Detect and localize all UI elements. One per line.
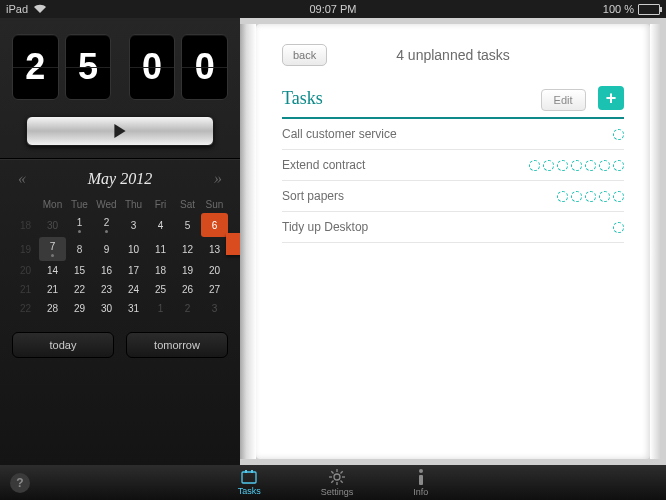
pomodoro-circle	[585, 160, 596, 171]
calendar-day[interactable]: 22	[66, 280, 93, 299]
svg-rect-13	[419, 475, 423, 485]
calendar: MonTueWedThuFriSatSun1830123456197891011…	[12, 196, 228, 318]
flip-min-tens: 2	[12, 34, 59, 100]
today-button[interactable]: today	[12, 332, 114, 358]
next-month-button[interactable]: »	[214, 170, 222, 188]
calendar-day[interactable]: 29	[66, 299, 93, 318]
calendar-day[interactable]: 2	[93, 213, 120, 237]
calendar-day[interactable]: 19	[174, 261, 201, 280]
calendar-day[interactable]: 25	[147, 280, 174, 299]
task-row[interactable]: Sort papers	[282, 181, 624, 212]
notebook-spine	[240, 24, 256, 459]
calendar-day[interactable]: 15	[66, 261, 93, 280]
pomodoro-circle	[529, 160, 540, 171]
calendar-day[interactable]: 28	[39, 299, 66, 318]
pomodoro-circle	[613, 222, 624, 233]
calendar-day[interactable]: 9	[93, 237, 120, 261]
calendar-day[interactable]: 5	[174, 213, 201, 237]
task-name: Call customer service	[282, 127, 397, 141]
pomodoro-circle	[613, 129, 624, 140]
calendar-day[interactable]: 21	[39, 280, 66, 299]
week-number: 21	[12, 280, 39, 299]
calendar-day[interactable]: 30	[93, 299, 120, 318]
pomodoro-circle	[571, 191, 582, 202]
week-number: 18	[12, 213, 39, 237]
gear-icon	[329, 469, 345, 485]
flip-sec-tens: 0	[129, 34, 176, 100]
pomodoro-circle	[613, 160, 624, 171]
status-bar: iPad 09:07 PM 100 %	[0, 0, 666, 18]
info-icon	[416, 469, 426, 485]
flip-min-ones: 5	[65, 34, 112, 100]
calendar-day[interactable]: 16	[93, 261, 120, 280]
calendar-day[interactable]: 11	[147, 237, 174, 261]
svg-rect-1	[245, 470, 247, 473]
tomorrow-button[interactable]: tomorrow	[126, 332, 228, 358]
device-label: iPad	[6, 3, 28, 15]
pomodoro-circle	[557, 160, 568, 171]
svg-point-12	[419, 469, 423, 473]
pomodoro-circle	[599, 191, 610, 202]
wifi-icon	[34, 3, 46, 15]
tab-settings[interactable]: Settings	[321, 469, 354, 497]
calendar-day[interactable]: 1	[66, 213, 93, 237]
task-row[interactable]: Call customer service	[282, 119, 624, 150]
tab-info[interactable]: Info	[413, 469, 428, 497]
calendar-day[interactable]: 26	[174, 280, 201, 299]
tab-bar: ? Tasks Settings Info	[0, 465, 666, 500]
calendar-day[interactable]: 3	[201, 299, 228, 318]
help-button[interactable]: ?	[10, 473, 30, 493]
svg-line-8	[331, 471, 333, 473]
notebook-pane: back 4 unplanned tasks Tasks Edit + Call…	[240, 18, 666, 465]
calendar-day[interactable]: 23	[93, 280, 120, 299]
edit-button[interactable]: Edit	[541, 89, 586, 111]
pomodoro-circle	[557, 191, 568, 202]
calendar-day[interactable]: 31	[120, 299, 147, 318]
calendar-day[interactable]: 13	[201, 237, 228, 261]
pomodoro-circle	[543, 160, 554, 171]
tab-label: Tasks	[238, 486, 261, 496]
page-edge	[650, 24, 660, 459]
calendar-day[interactable]: 6	[201, 213, 228, 237]
section-title: Tasks	[282, 88, 323, 109]
task-name: Extend contract	[282, 158, 365, 172]
calendar-day[interactable]: 1	[147, 299, 174, 318]
calendar-day[interactable]: 3	[120, 213, 147, 237]
task-row[interactable]: Tidy up Desktop	[282, 212, 624, 243]
svg-line-11	[341, 471, 343, 473]
calendar-day[interactable]: 27	[201, 280, 228, 299]
month-label: May 2012	[88, 170, 152, 188]
svg-rect-0	[242, 472, 256, 483]
flip-clock: 2 5 0 0	[12, 34, 228, 100]
calendar-day[interactable]: 30	[39, 213, 66, 237]
tab-tasks[interactable]: Tasks	[238, 470, 261, 496]
calendar-day[interactable]: 18	[147, 261, 174, 280]
calendar-day[interactable]: 14	[39, 261, 66, 280]
calendar-day[interactable]: 20	[201, 261, 228, 280]
flip-sec-ones: 0	[181, 34, 228, 100]
task-row[interactable]: Extend contract	[282, 150, 624, 181]
svg-line-9	[341, 480, 343, 482]
calendar-day[interactable]: 2	[174, 299, 201, 318]
calendar-day[interactable]: 17	[120, 261, 147, 280]
week-number: 19	[12, 237, 39, 261]
add-task-button[interactable]: +	[598, 86, 624, 110]
tab-label: Info	[413, 487, 428, 497]
task-name: Sort papers	[282, 189, 344, 203]
start-button[interactable]	[26, 116, 214, 146]
battery-icon	[638, 4, 660, 15]
calendar-day[interactable]: 7	[39, 237, 66, 261]
battery-pct: 100 %	[603, 3, 634, 15]
back-button[interactable]: back	[282, 44, 327, 66]
calendar-day[interactable]: 12	[174, 237, 201, 261]
clock: 09:07 PM	[309, 3, 356, 15]
calendar-day[interactable]: 24	[120, 280, 147, 299]
calendar-day[interactable]: 4	[147, 213, 174, 237]
svg-line-10	[331, 480, 333, 482]
calendar-day[interactable]: 10	[120, 237, 147, 261]
task-name: Tidy up Desktop	[282, 220, 368, 234]
timer-pane: 2 5 0 0 « May 2012 » MonTueWedThuFriSatS…	[0, 18, 240, 465]
prev-month-button[interactable]: «	[18, 170, 26, 188]
calendar-day[interactable]: 8	[66, 237, 93, 261]
pomodoro-circle	[571, 160, 582, 171]
